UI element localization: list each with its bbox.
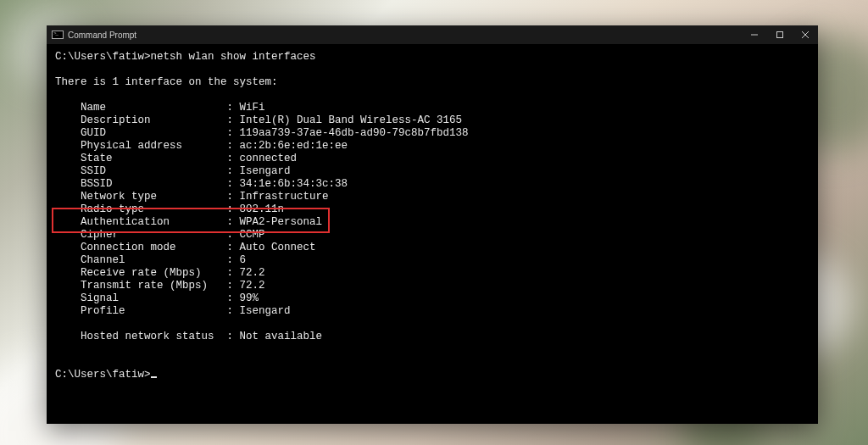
terminal-line: GUID : 119aa739-37ae-46db-ad90-79c8b7fbd…	[55, 127, 810, 140]
terminal-line: BSSID : 34:1e:6b:34:3c:38	[55, 178, 810, 191]
terminal-prompt-line[interactable]: C:\Users\fatiw>	[55, 369, 810, 381]
window-title: Command Prompt	[68, 31, 136, 40]
terminal-line: Hosted network status : Not available	[55, 331, 810, 343]
minimize-button[interactable]	[742, 25, 767, 44]
terminal-line: Description : Intel(R) Dual Band Wireles…	[55, 114, 810, 127]
terminal-line	[55, 64, 810, 76]
cmd-icon	[52, 31, 64, 39]
svg-rect-1	[777, 32, 783, 38]
terminal-line: SSID : Isengard	[55, 165, 810, 178]
terminal-line: Radio type : 802.11n	[55, 203, 810, 216]
terminal-line: There is 1 interface on the system:	[55, 76, 810, 89]
terminal-line: Signal : 99%	[55, 292, 810, 305]
terminal-line	[55, 318, 810, 331]
terminal-line: Connection mode : Auto Connect	[55, 242, 810, 254]
terminal-line: Cipher : CCMP	[55, 229, 810, 242]
terminal-line: Network type : Infrastructure	[55, 191, 810, 203]
terminal-line	[55, 89, 810, 102]
terminal-line: Transmit rate (Mbps) : 72.2	[55, 280, 810, 292]
terminal-line	[55, 343, 810, 356]
terminal-line: State : connected	[55, 153, 810, 165]
titlebar[interactable]: Command Prompt	[47, 25, 818, 44]
terminal-output[interactable]: C:\Users\fatiw>netsh wlan show interface…	[47, 44, 818, 424]
close-button[interactable]	[793, 25, 818, 44]
terminal-line: Name : WiFi	[55, 102, 810, 114]
terminal-line: Authentication : WPA2-Personal	[55, 216, 810, 229]
cursor	[151, 376, 157, 378]
command-prompt-window: Command Prompt C:\Users\fatiw>netsh wlan…	[47, 25, 818, 424]
terminal-line: Channel : 6	[55, 254, 810, 267]
terminal-line: Profile : Isengard	[55, 305, 810, 318]
maximize-button[interactable]	[767, 25, 793, 44]
terminal-line: Physical address : ac:2b:6e:ed:1e:ee	[55, 140, 810, 153]
terminal-line	[55, 356, 810, 369]
terminal-line: C:\Users\fatiw>netsh wlan show interface…	[55, 51, 810, 64]
terminal-line: Receive rate (Mbps) : 72.2	[55, 267, 810, 280]
